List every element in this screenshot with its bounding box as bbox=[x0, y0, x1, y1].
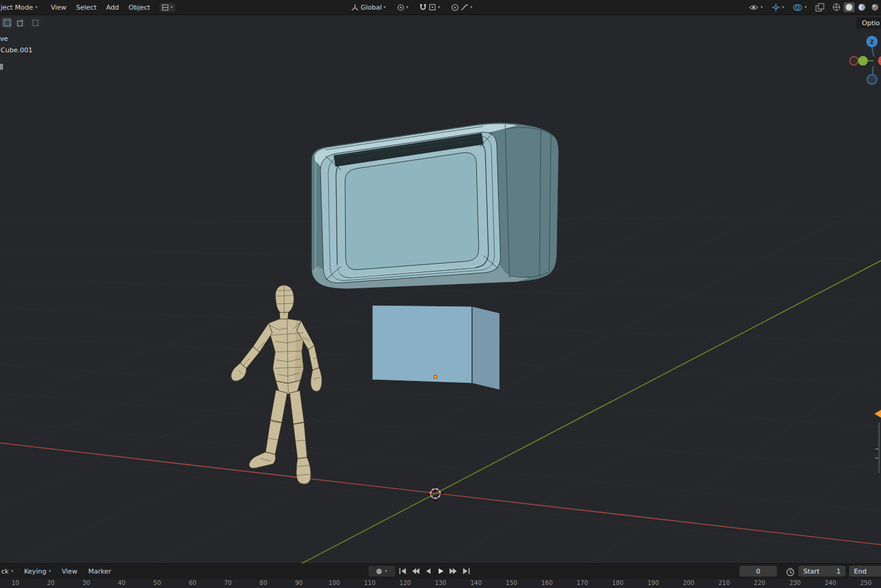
current-frame-field[interactable]: 0 bbox=[739, 566, 777, 577]
grid-icon bbox=[162, 4, 169, 11]
shading-material-icon bbox=[858, 3, 866, 11]
snap-target-icon bbox=[429, 4, 436, 11]
select-box-icon bbox=[4, 19, 11, 26]
ruler-frame-number: 200 bbox=[683, 580, 694, 586]
next-keyframe-icon bbox=[449, 568, 458, 575]
shading-material-button[interactable] bbox=[856, 3, 868, 11]
transform-orientation-dropdown[interactable]: Global ▾ bbox=[349, 4, 388, 11]
visibility-eye-icon bbox=[749, 4, 759, 11]
pivot-point-dropdown[interactable]: ▾ bbox=[395, 4, 411, 11]
ruler-frame-number: 230 bbox=[789, 580, 801, 586]
select-mode-extend-button[interactable] bbox=[15, 17, 25, 28]
tool-options-button[interactable]: Optio bbox=[856, 17, 881, 29]
chevron-down-icon: ▾ bbox=[805, 5, 807, 10]
overlays-toggle-dropdown[interactable]: ▾ bbox=[791, 3, 809, 12]
menu-view[interactable]: View bbox=[46, 0, 71, 14]
sidebar-expand-arrow bbox=[874, 410, 881, 418]
jump-to-end-button[interactable] bbox=[461, 566, 472, 577]
object-origin-dot bbox=[434, 375, 437, 379]
ruler-frame-number: 70 bbox=[224, 580, 232, 586]
gizmo-axis-x bbox=[878, 56, 881, 66]
cube-object[interactable] bbox=[372, 305, 500, 390]
xray-icon bbox=[815, 3, 824, 12]
ruler-frame-number: 210 bbox=[718, 580, 730, 586]
gizmo-z-label: Z bbox=[870, 39, 874, 45]
select-mode-new-button[interactable] bbox=[2, 17, 12, 28]
axis-y-line bbox=[255, 261, 881, 588]
ruler-frame-number: 130 bbox=[435, 580, 446, 586]
beveled-cube-object[interactable] bbox=[311, 123, 559, 289]
navigation-gizmo[interactable]: Z bbox=[850, 36, 881, 85]
auto-keying-record-button[interactable]: ▾ bbox=[369, 566, 395, 577]
keying-menu[interactable]: Keying ▾ bbox=[19, 564, 56, 578]
gizmo-axis-y bbox=[858, 56, 868, 66]
gizmos-icon bbox=[771, 3, 780, 12]
viewport-scrollbar bbox=[879, 422, 880, 473]
ruler-frame-number: 40 bbox=[118, 580, 126, 586]
timeline-header: ck ▾ Keying ▾ View Marker ▾ bbox=[0, 563, 881, 578]
timeline-view-menu[interactable]: View bbox=[56, 564, 82, 578]
proportional-editing-icon bbox=[451, 4, 459, 11]
jump-to-start-button[interactable] bbox=[397, 566, 408, 577]
chevron-down-icon: ▾ bbox=[170, 5, 173, 10]
object-visibility-dropdown[interactable]: ▾ bbox=[747, 4, 765, 11]
jump-end-icon bbox=[462, 568, 470, 575]
ruler-frame-number: 250 bbox=[860, 580, 871, 586]
frame-end-field[interactable]: End bbox=[849, 566, 881, 577]
xray-toggle[interactable] bbox=[814, 3, 826, 12]
shading-rendered-button[interactable] bbox=[869, 3, 881, 11]
prev-keyframe-button[interactable] bbox=[410, 566, 421, 577]
playback-transport bbox=[397, 566, 472, 577]
ruler-frame-number: 140 bbox=[470, 580, 482, 586]
play-button[interactable] bbox=[435, 566, 446, 577]
viewport-active-object-label: Cube.001 bbox=[1, 46, 33, 54]
snapping-toggle[interactable]: ▾ bbox=[417, 4, 442, 11]
ruler-frame-number: 110 bbox=[364, 580, 375, 586]
next-keyframe-button[interactable] bbox=[448, 566, 459, 577]
ruler-frame-number: 170 bbox=[577, 580, 588, 586]
playback-sync-button[interactable] bbox=[785, 566, 795, 577]
timeline-editor: ck ▾ Keying ▾ View Marker ▾ bbox=[0, 563, 881, 588]
chevron-down-icon: ▾ bbox=[11, 569, 13, 574]
ruler-frame-number: 220 bbox=[754, 580, 765, 586]
orientation-label: Global bbox=[361, 4, 382, 11]
playback-menu[interactable]: ck ▾ bbox=[0, 564, 19, 578]
chevron-down-icon: ▾ bbox=[49, 569, 51, 574]
shading-wireframe-button[interactable] bbox=[830, 3, 842, 11]
ruler-frame-number: 80 bbox=[260, 580, 267, 586]
mode-selector-dropdown[interactable]: ject Mode ▾ bbox=[0, 0, 42, 14]
ruler-frame-number: 160 bbox=[541, 580, 553, 586]
timeline-ruler[interactable]: 1020304050607080901001101201301401501601… bbox=[0, 578, 881, 588]
play-reverse-button[interactable] bbox=[423, 566, 434, 577]
falloff-curve-icon bbox=[461, 4, 469, 11]
menu-add[interactable]: Add bbox=[101, 0, 123, 14]
timeline-marker-menu[interactable]: Marker bbox=[83, 564, 117, 578]
gizmos-toggle-dropdown[interactable]: ▾ bbox=[770, 3, 786, 12]
mannequin-object[interactable] bbox=[231, 284, 322, 484]
record-icon bbox=[376, 569, 382, 574]
tool-extra-dropdown[interactable]: ▾ bbox=[160, 3, 175, 12]
chevron-down-icon: ▾ bbox=[406, 5, 409, 10]
right-edge-widgets[interactable] bbox=[874, 410, 881, 473]
select-mode-subtract-button[interactable] bbox=[30, 17, 40, 28]
tool-settings-bar bbox=[2, 17, 40, 28]
play-reverse-icon bbox=[424, 568, 432, 575]
shading-solid-button[interactable] bbox=[844, 2, 855, 12]
topbar: ject Mode ▾ View Select Add Object ▾ bbox=[0, 0, 881, 15]
menu-object[interactable]: Object bbox=[124, 0, 155, 14]
shading-solid-icon bbox=[845, 3, 853, 11]
ruler-frame-number: 30 bbox=[82, 580, 90, 586]
frame-start-label: Start bbox=[803, 568, 820, 575]
mode-label: ject Mode bbox=[1, 4, 33, 11]
select-extend-icon bbox=[17, 19, 24, 26]
frame-start-field[interactable]: Start 1 bbox=[799, 566, 845, 577]
chevron-down-icon: ▾ bbox=[385, 569, 387, 574]
proportional-editing-controls[interactable]: ▾ bbox=[449, 4, 475, 11]
chevron-down-icon: ▾ bbox=[438, 5, 440, 10]
clock-icon bbox=[786, 568, 795, 577]
menu-select[interactable]: Select bbox=[71, 0, 101, 14]
orientation-axes-icon bbox=[351, 4, 359, 11]
gizmo-axis-x-neg bbox=[850, 57, 858, 65]
viewport-3d[interactable]: Z bbox=[0, 0, 881, 588]
prev-keyframe-icon bbox=[411, 568, 420, 575]
